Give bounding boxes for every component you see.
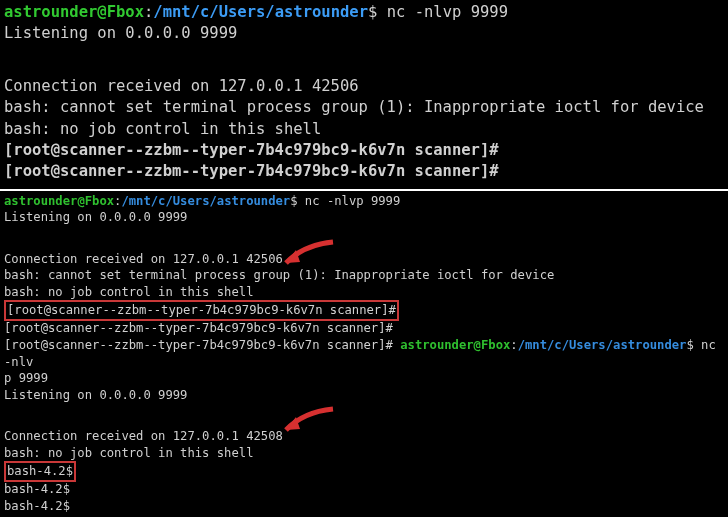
colon: : bbox=[144, 3, 153, 21]
at: @ bbox=[77, 194, 84, 208]
host: Fbox bbox=[107, 3, 144, 21]
blank-line bbox=[4, 416, 724, 428]
highlight-box: bash-4.2$ bbox=[4, 461, 76, 482]
blank-line bbox=[4, 45, 724, 61]
root-prompt: [root@scanner--zzbm--typer-7b4c979bc9-k6… bbox=[4, 140, 724, 161]
bash-prompt: bash-4.2$ bbox=[4, 481, 724, 498]
root-prompt-with-inline: [root@scanner--zzbm--typer-7b4c979bc9-k6… bbox=[4, 337, 724, 371]
output-bash-err1: bash: cannot set terminal process group … bbox=[4, 97, 724, 118]
command-text: nc -nlvp 9999 bbox=[377, 3, 508, 21]
root-prompt-text: [root@scanner--zzbm--typer-7b4c979bc9-k6… bbox=[4, 338, 400, 352]
colon: : bbox=[510, 338, 517, 352]
output-listen: Listening on 0.0.0.0 9999 bbox=[4, 387, 724, 404]
command-text: nc -nlvp 9999 bbox=[298, 194, 401, 208]
upper-terminal-pane: astrounder@Fbox:/mnt/c/Users/astrounder$… bbox=[0, 0, 728, 191]
blank-line bbox=[4, 226, 724, 238]
bash-prompt: bash-4.2$ bbox=[4, 498, 724, 515]
lower-terminal-pane: astrounder@Fbox:/mnt/c/Users/astrounder$… bbox=[0, 191, 728, 517]
command-wrap: p 9999 bbox=[4, 370, 724, 387]
dollar: $ bbox=[290, 194, 297, 208]
output-conn: Connection received on 127.0.0.1 42508 bbox=[4, 428, 724, 445]
host: Fbox bbox=[85, 194, 114, 208]
output-bash-err2: bash: no job control in this shell bbox=[4, 284, 724, 301]
user: astrounder bbox=[4, 3, 97, 21]
at: @ bbox=[97, 3, 106, 21]
dollar: $ bbox=[686, 338, 693, 352]
cwd: /mnt/c/Users/astrounder bbox=[153, 3, 368, 21]
highlighted-bash-prompt: bash-4.2$ bbox=[4, 462, 724, 481]
root-prompt: [root@scanner--zzbm--typer-7b4c979bc9-k6… bbox=[4, 161, 724, 182]
dollar: $ bbox=[368, 3, 377, 21]
blank-line bbox=[4, 60, 724, 76]
user: astrounder bbox=[400, 338, 473, 352]
host: Fbox bbox=[481, 338, 510, 352]
root-prompt: [root@scanner--zzbm--typer-7b4c979bc9-k6… bbox=[4, 320, 724, 337]
prompt-line: astrounder@Fbox:/mnt/c/Users/astrounder$… bbox=[4, 193, 724, 210]
output-listen: Listening on 0.0.0.0 9999 bbox=[4, 23, 724, 44]
output-bash-err1: bash: cannot set terminal process group … bbox=[4, 267, 724, 284]
output-bash-err: bash: no job control in this shell bbox=[4, 445, 724, 462]
highlighted-root-prompt: [root@scanner--zzbm--typer-7b4c979bc9-k6… bbox=[4, 301, 724, 320]
blank-line bbox=[4, 238, 724, 250]
prompt-line: astrounder@Fbox:/mnt/c/Users/astrounder$… bbox=[4, 2, 724, 23]
output-listen: Listening on 0.0.0.0 9999 bbox=[4, 209, 724, 226]
cwd: /mnt/c/Users/astrounder bbox=[121, 194, 290, 208]
output-conn: Connection received on 127.0.0.1 42506 bbox=[4, 251, 724, 268]
cwd: /mnt/c/Users/astrounder bbox=[518, 338, 687, 352]
output-bash-err2: bash: no job control in this shell bbox=[4, 119, 724, 140]
highlight-box: [root@scanner--zzbm--typer-7b4c979bc9-k6… bbox=[4, 300, 399, 321]
at: @ bbox=[474, 338, 481, 352]
user: astrounder bbox=[4, 194, 77, 208]
blank-line bbox=[4, 404, 724, 416]
output-conn: Connection received on 127.0.0.1 42506 bbox=[4, 76, 724, 97]
